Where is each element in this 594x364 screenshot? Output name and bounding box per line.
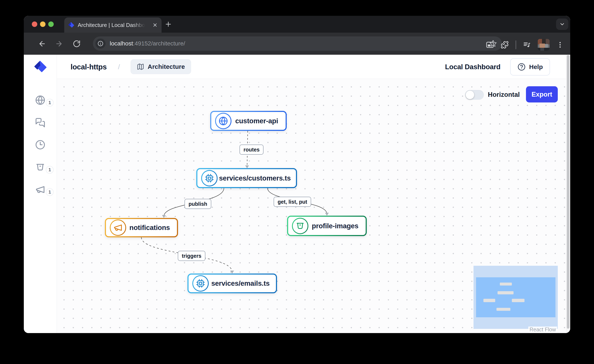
minimap-node <box>498 291 513 294</box>
environment-label: Local Dashboard <box>445 63 500 71</box>
chevron-down-icon <box>559 21 565 27</box>
encore-logo[interactable] <box>34 60 47 73</box>
info-icon <box>97 40 104 47</box>
scrollbar-thumb[interactable] <box>567 55 569 329</box>
sidebar-item-storage[interactable]: 1 <box>35 162 56 175</box>
browser-window: Architecture | Local Dashboar localhost:… <box>24 16 570 333</box>
site-info-button[interactable] <box>95 39 106 49</box>
chat-icon <box>35 118 45 128</box>
url-path: :49152/architecture/ <box>133 40 185 47</box>
edge-routes-arrowhead <box>245 165 249 168</box>
map-icon <box>137 63 144 71</box>
tab-close-icon[interactable] <box>152 22 158 28</box>
horizontal-toggle-label: Horizontal <box>488 90 520 99</box>
edge-publish-arrowhead <box>162 215 166 218</box>
extensions-button[interactable] <box>501 41 509 49</box>
favicon-encore-logo <box>68 22 74 28</box>
export-button[interactable]: Export <box>526 86 558 103</box>
sidebar-item-pubsub[interactable]: 1 <box>35 184 56 197</box>
flow-minimap[interactable] <box>473 266 558 329</box>
page-header: local-https / Architecture Local Dashboa… <box>57 55 566 79</box>
architecture-nav-button[interactable]: Architecture <box>131 59 191 74</box>
edge-label-triggers: triggers <box>178 251 205 261</box>
media-controls-button[interactable] <box>523 41 531 49</box>
minimize-window-button[interactable] <box>40 21 46 27</box>
node-services-emails[interactable]: services/emails.ts <box>188 273 277 293</box>
architecture-nav-label: Architecture <box>148 63 185 70</box>
clock-icon <box>35 140 45 150</box>
cpu-icon <box>196 279 205 288</box>
minimap-node <box>483 299 495 302</box>
browser-menu-button[interactable] <box>556 41 564 49</box>
architecture-canvas[interactable]: routes publish get, list, put triggers c… <box>57 79 566 333</box>
sidebar-item-api[interactable]: 1 <box>35 95 56 108</box>
node-notifications[interactable]: notifications <box>105 218 178 237</box>
bucket-icon-ring <box>292 218 308 234</box>
topic-icon-ring <box>110 220 126 236</box>
globe-icon <box>35 95 45 105</box>
zoom-window-button[interactable] <box>48 21 54 27</box>
node-label: services/customers.ts <box>218 174 292 182</box>
minimap-node <box>496 308 510 311</box>
profile-avatar[interactable] <box>538 39 550 51</box>
edge-label-publish: publish <box>184 199 211 209</box>
horizontal-toggle[interactable] <box>465 90 484 100</box>
minimap-node <box>512 299 525 302</box>
cpu-icon <box>205 174 214 183</box>
bucket-icon <box>296 221 305 231</box>
minimap-node <box>500 283 512 286</box>
help-circle-icon <box>517 63 526 71</box>
address-bar[interactable]: localhost:49152/architecture/ <box>93 36 502 51</box>
page-scrollbar[interactable] <box>566 55 570 333</box>
reload-button[interactable] <box>73 40 81 48</box>
globe-icon <box>219 116 228 126</box>
megaphone-icon <box>113 223 123 232</box>
node-profile-images[interactable]: profile-images <box>287 216 367 236</box>
local-dashboard-page: 1 1 1 local-https / Architecture <box>24 55 570 333</box>
help-button[interactable]: Help <box>510 58 550 76</box>
service-icon-ring <box>201 170 218 186</box>
breadcrumb-separator: / <box>118 55 120 79</box>
service-icon-ring <box>192 275 209 292</box>
node-services-customers[interactable]: services/customers.ts <box>196 168 297 188</box>
megaphone-icon <box>35 184 45 195</box>
url-host: localhost <box>110 40 133 47</box>
sidebar-badge: 1 <box>46 99 54 107</box>
sidebar-item-chat[interactable] <box>35 118 56 130</box>
api-gateway-icon-ring <box>215 113 231 129</box>
edge-triggers-arrowhead <box>230 271 234 273</box>
sidebar: 1 1 1 <box>24 55 57 333</box>
help-label: Help <box>529 63 543 71</box>
node-customer-api[interactable]: customer-api <box>210 111 287 131</box>
avatar-image <box>538 39 550 51</box>
forward-button[interactable] <box>55 40 63 48</box>
toolbar-divider <box>515 40 516 49</box>
new-tab-button[interactable] <box>164 20 172 28</box>
tab-search-chevron-button[interactable] <box>556 19 568 30</box>
tab-title: Architecture | Local Dashboar <box>78 22 145 28</box>
toggle-knob <box>466 91 474 99</box>
node-label: customer-api <box>231 117 282 125</box>
sidebar-badge: 1 <box>46 166 54 174</box>
tab-strip: Architecture | Local Dashboar <box>24 16 570 32</box>
edge-label-get-list-put: get, list, put <box>274 197 311 207</box>
back-button[interactable] <box>38 40 46 48</box>
sidebar-item-history[interactable] <box>35 140 56 152</box>
browser-toolbar: localhost:49152/architecture/ <box>24 32 570 55</box>
edge-label-routes: routes <box>239 144 263 155</box>
edge-get-list-put-arrowhead <box>325 213 329 216</box>
sidebar-badge: 1 <box>46 188 54 196</box>
node-label: profile-images <box>308 222 362 230</box>
side-panel-button[interactable] <box>486 41 494 49</box>
node-label: notifications <box>126 224 173 232</box>
browser-tab[interactable]: Architecture | Local Dashboar <box>64 18 162 32</box>
react-flow-attribution[interactable]: React Flow <box>528 326 557 333</box>
url-text: localhost:49152/architecture/ <box>110 40 185 47</box>
app-name: local-https <box>71 55 107 79</box>
node-label: services/emails.ts <box>209 280 272 287</box>
minimap-viewport[interactable] <box>476 277 555 317</box>
close-window-button[interactable] <box>32 21 37 27</box>
bucket-icon <box>35 162 45 172</box>
